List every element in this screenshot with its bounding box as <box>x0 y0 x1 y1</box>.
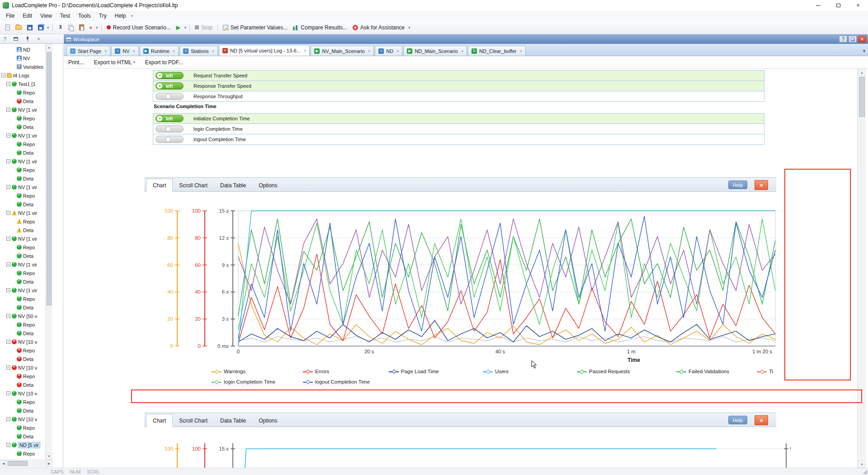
scroll-up-icon[interactable]: ▲ <box>858 69 866 76</box>
tree-item[interactable]: Repo <box>0 191 45 200</box>
tree-item[interactable]: −NV [10 v <box>0 415 45 423</box>
tree-item[interactable]: Repo <box>0 140 45 148</box>
tree-item[interactable]: Deta <box>0 123 45 131</box>
tree-expander-icon[interactable]: − <box>6 237 10 241</box>
tree-item[interactable]: Repo <box>0 243 45 252</box>
legend-item[interactable]: Errors <box>303 369 329 374</box>
legend-item[interactable]: Warnings <box>212 369 245 374</box>
toggle-on[interactable]: ◂left <box>156 72 184 79</box>
legend-item[interactable]: logout Completion Time <box>303 379 370 385</box>
tree-item[interactable]: −t4 Logs <box>0 71 45 80</box>
tree-item[interactable]: Repo <box>0 423 45 432</box>
menu-try[interactable]: Try <box>95 11 111 20</box>
tab-close-icon[interactable]: × <box>304 48 306 53</box>
tree-item[interactable]: Deta <box>0 355 45 363</box>
windows-icon[interactable] <box>14 37 18 41</box>
help-button[interactable]: Help <box>728 416 747 424</box>
print-button[interactable]: Print... <box>68 59 84 66</box>
chart-panel-close-button[interactable]: × <box>755 180 768 190</box>
tab-stations[interactable]: ≡Stations× <box>179 46 218 56</box>
tree-scrollbar-thumb[interactable] <box>47 52 52 305</box>
maximize-button[interactable] <box>828 0 848 11</box>
tree-item[interactable]: −NV [1 vir <box>0 209 45 217</box>
tree-item[interactable]: Deta <box>0 174 45 183</box>
run-button[interactable]: ▶ <box>174 24 184 31</box>
chart-tab-data-table[interactable]: Data Table <box>214 179 252 191</box>
tab-close-icon[interactable]: × <box>104 49 107 53</box>
run-dropdown-chevron-icon[interactable]: ▾ <box>184 25 188 30</box>
legend-item[interactable]: Failed Validations <box>676 369 729 374</box>
chart-tab-chart[interactable]: Chart <box>146 179 173 192</box>
ask-for-assistance-button[interactable]: Ask for Assistance <box>350 23 407 32</box>
tree-expander-icon[interactable]: − <box>1 73 5 77</box>
tree-vertical-scrollbar[interactable]: ▲ ▼ <box>45 44 52 460</box>
tab-start-page[interactable]: ⌂Start Page× <box>66 46 110 56</box>
tree-item[interactable]: Deta <box>0 406 45 415</box>
tree-expander-icon[interactable]: − <box>6 82 10 86</box>
menu-tools[interactable]: Tools <box>74 11 95 20</box>
save-all-button[interactable] <box>35 24 46 32</box>
tree-item[interactable]: Repo <box>0 217 45 226</box>
tab-close-icon[interactable]: × <box>461 49 463 53</box>
tree-item[interactable]: Deta <box>0 329 45 337</box>
chart-panel-close-button[interactable]: × <box>755 415 768 425</box>
tab-runtime[interactable]: ▶Runtime× <box>140 46 179 56</box>
tree-expander-icon[interactable]: − <box>6 366 10 370</box>
workspace-close-button[interactable]: × <box>858 36 866 43</box>
tab-nd-5-virtual-users-log-13-6-[interactable]: ≡ND [5 virtual users] Log - 13-6...× <box>219 45 310 56</box>
toolbar-overflow-chevron-icon[interactable]: ▾ <box>46 25 50 30</box>
menu-edit[interactable]: Edit <box>19 11 36 20</box>
tree-item[interactable]: −NV [10 v <box>0 337 45 346</box>
tree-expander-icon[interactable]: − <box>6 262 10 266</box>
scroll-down-icon[interactable]: ▼ <box>858 461 866 468</box>
tree-hscrollbar-thumb[interactable] <box>8 461 28 466</box>
tab-close-icon[interactable]: × <box>212 49 214 53</box>
tree-item[interactable]: Deta <box>0 277 45 286</box>
new-button[interactable] <box>3 23 13 32</box>
tree-item[interactable]: −NV [50 v <box>0 312 45 320</box>
tab-nv[interactable]: ≡NV× <box>111 46 139 56</box>
tree-item[interactable]: Repo <box>0 269 45 277</box>
scroll-left-icon[interactable]: ◀ <box>0 460 7 467</box>
tree-expander-icon[interactable]: − <box>6 185 10 189</box>
tree-item[interactable]: Repo <box>0 166 45 174</box>
toggle-off[interactable] <box>156 125 184 133</box>
tree-expander-icon[interactable]: − <box>6 340 10 344</box>
close-button[interactable]: × <box>848 0 868 11</box>
tree-item[interactable]: −NV [1 vir <box>0 260 45 269</box>
tab-nd-clear-buffer[interactable]: ↻ND_Clear_buffer× <box>468 46 526 56</box>
tree-item[interactable]: Repo <box>0 346 45 355</box>
tree-item[interactable]: Repo <box>0 320 45 329</box>
chart-tab-options[interactable]: Options <box>252 179 283 191</box>
legend-item[interactable]: Passed Requests <box>577 369 630 374</box>
tree-item[interactable]: Repo <box>0 88 45 97</box>
cut-button[interactable] <box>55 24 66 32</box>
menu-test[interactable]: Test <box>56 11 74 20</box>
tree-item[interactable]: Repo <box>0 114 45 123</box>
workspace-restore-button[interactable]: ❏ <box>849 36 857 43</box>
tree-item[interactable]: −NV [10 v <box>0 389 45 398</box>
tree-item[interactable]: Deta <box>0 97 45 105</box>
tree-item[interactable]: −NV [1 vir <box>0 234 45 243</box>
chart-tab-options[interactable]: Options <box>252 414 283 427</box>
tree-expander-icon[interactable]: − <box>6 211 10 215</box>
tree-item[interactable]: Deta <box>0 303 45 312</box>
tree-item[interactable]: −NV [10 v <box>0 363 45 372</box>
tree-item[interactable]: ND <box>0 45 45 54</box>
tree-item[interactable]: Deta <box>0 432 45 441</box>
set-parameter-values-button[interactable]: Set Parameter Values... <box>220 23 291 32</box>
minimize-button[interactable] <box>808 0 828 11</box>
panel-close-icon[interactable]: × <box>37 36 40 42</box>
tab-nd-main-scenario[interactable]: ▶ND_Main_Scenario× <box>403 46 467 56</box>
tab-close-icon[interactable]: × <box>519 49 522 53</box>
toggle-on[interactable]: ◂left <box>156 115 184 122</box>
tree-item[interactable]: Repo <box>0 398 45 406</box>
menu-view[interactable]: View <box>36 11 56 20</box>
toggle-off[interactable] <box>156 136 184 143</box>
resize-grip[interactable] <box>863 470 867 474</box>
open-button[interactable] <box>13 24 24 31</box>
menu-help[interactable]: Help <box>111 11 130 20</box>
workspace-help-button[interactable]: ? <box>839 36 847 43</box>
delete-button[interactable]: × <box>87 24 95 32</box>
tree-item[interactable]: −NV [1 vir <box>0 286 45 294</box>
